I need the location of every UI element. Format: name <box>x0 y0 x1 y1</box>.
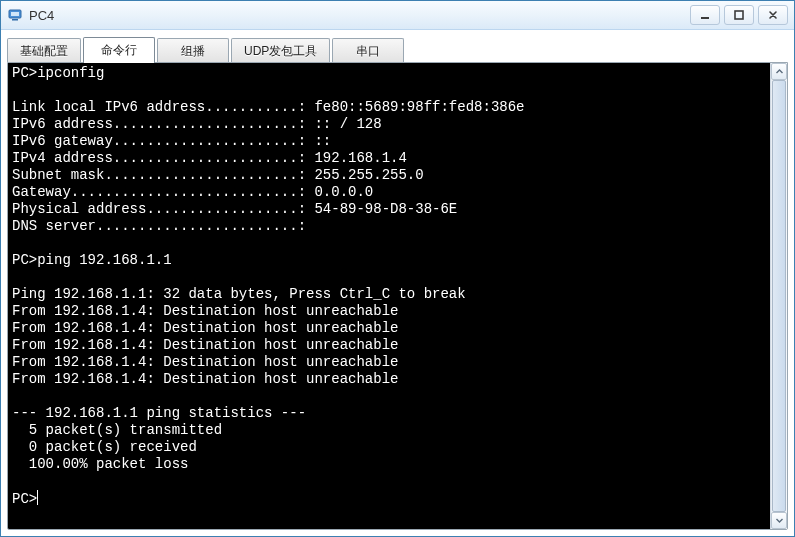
maximize-icon <box>733 9 745 21</box>
chevron-up-icon <box>775 67 784 76</box>
svg-rect-4 <box>735 11 743 19</box>
tab-cli[interactable]: 命令行 <box>83 37 155 63</box>
window-title: PC4 <box>29 8 54 23</box>
scroll-thumb[interactable] <box>772 80 786 512</box>
client-area: 基础配置 命令行 组播 UDP发包工具 串口 PC>ipconfig Link … <box>1 30 794 536</box>
tab-serial[interactable]: 串口 <box>332 38 404 62</box>
maximize-button[interactable] <box>724 5 754 25</box>
scroll-down-button[interactable] <box>771 512 787 529</box>
scroll-up-button[interactable] <box>771 63 787 80</box>
svg-rect-2 <box>12 19 18 21</box>
app-icon <box>7 7 23 23</box>
terminal-cursor <box>37 490 45 505</box>
svg-rect-1 <box>11 12 19 16</box>
scroll-track[interactable] <box>771 80 787 512</box>
terminal[interactable]: PC>ipconfig Link local IPv6 address.....… <box>8 63 770 529</box>
tab-strip: 基础配置 命令行 组播 UDP发包工具 串口 <box>7 36 788 62</box>
chevron-down-icon <box>775 516 784 525</box>
tab-udp-tool[interactable]: UDP发包工具 <box>231 38 330 62</box>
close-icon <box>767 9 779 21</box>
vertical-scrollbar[interactable] <box>770 63 787 529</box>
terminal-area: PC>ipconfig Link local IPv6 address.....… <box>8 63 787 529</box>
titlebar[interactable]: PC4 <box>1 1 794 30</box>
tab-multicast[interactable]: 组播 <box>157 38 229 62</box>
svg-rect-3 <box>701 17 709 19</box>
close-button[interactable] <box>758 5 788 25</box>
tab-basic-config[interactable]: 基础配置 <box>7 38 81 62</box>
minimize-button[interactable] <box>690 5 720 25</box>
tab-panel: PC>ipconfig Link local IPv6 address.....… <box>7 62 788 530</box>
app-window: PC4 基础配置 命令行 组播 UDP发 <box>0 0 795 537</box>
window-buttons <box>686 5 788 25</box>
minimize-icon <box>699 9 711 21</box>
